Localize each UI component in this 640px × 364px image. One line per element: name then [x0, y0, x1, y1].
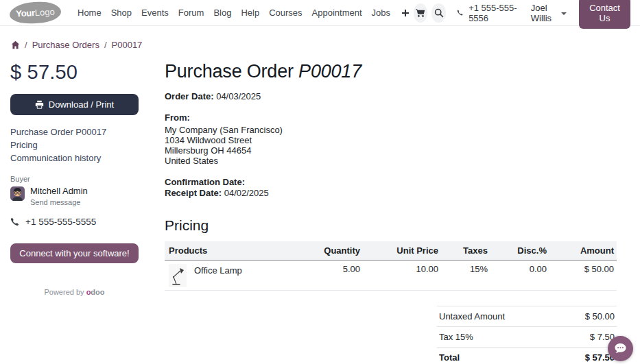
phone-icon	[457, 8, 463, 17]
page-content: $ 57.50 Download / Print Purchase Order …	[0, 50, 640, 364]
user-name: Joel Willis	[531, 3, 557, 23]
livechat-button[interactable]	[608, 336, 633, 361]
powered-by-odoo-link[interactable]: Powered by odoo	[10, 288, 139, 296]
buyer-avatar	[10, 186, 25, 201]
order-line-row: Office Lamp 5.00 10.00 15% 0.00 $ 50.00	[165, 260, 617, 291]
nav-item-appointment[interactable]: Appointment	[312, 8, 362, 18]
sidebar-anchors: Purchase Order P00017 Pricing Communicat…	[10, 127, 139, 163]
cart-icon	[416, 8, 425, 18]
untaxed-amount-label: Untaxed Amount	[439, 311, 505, 321]
column-unit-price: Unit Price	[363, 241, 441, 260]
contact-us-button[interactable]: Contact Us	[579, 0, 630, 29]
buyer-phone-number: +1 555-555-5555	[25, 217, 96, 227]
vendor-address-block: From: My Company (San Francisco) 1034 Wi…	[165, 112, 617, 167]
untaxed-amount-value: $ 50.00	[585, 311, 615, 321]
column-discount: Disc.%	[490, 241, 549, 260]
nav-item-home[interactable]: Home	[78, 8, 102, 18]
receipt-date-line: Receipt Date: 04/02/2025	[165, 188, 617, 199]
amount-cell: $ 50.00	[549, 260, 617, 291]
order-date-label: Order Date:	[165, 91, 214, 101]
pricing-table-header: Products Quantity Unit Price Taxes Disc.…	[165, 241, 617, 260]
phone-icon	[10, 217, 19, 226]
nav-item-blog[interactable]: Blog	[213, 8, 231, 18]
chevron-down-icon	[561, 12, 567, 15]
send-message-link[interactable]: Send message	[30, 198, 80, 206]
total-row: Total $ 57.50	[437, 347, 617, 364]
receipt-date-label: Receipt Date:	[165, 188, 222, 198]
page-title: Purchase Order P00017	[165, 61, 617, 82]
nav-item-events[interactable]: Events	[141, 8, 169, 18]
printer-icon	[35, 100, 44, 109]
add-page-icon[interactable]	[401, 9, 410, 17]
order-totals: Untaxed Amount $ 50.00 Tax 15% $ 7.50 To…	[437, 306, 617, 364]
download-print-button[interactable]: Download / Print	[10, 94, 139, 115]
breadcrumb-separator: /	[25, 40, 27, 50]
address-line: United States	[165, 156, 617, 167]
avatar-image	[10, 186, 25, 201]
navbar-phone-number: +1 555-555-5556	[469, 3, 517, 23]
column-amount: Amount	[549, 241, 617, 260]
download-print-label: Download / Print	[49, 99, 114, 110]
order-reference: P00017	[298, 61, 362, 82]
order-sidebar: $ 57.50 Download / Print Purchase Order …	[10, 61, 139, 364]
powered-by-text: Powered by	[44, 288, 84, 296]
odoo-logo-rest: doo	[91, 288, 104, 296]
navbar-right: +1 555-555-5556 Joel Willis Contact Us	[410, 0, 630, 29]
sidebar-link-communication[interactable]: Communication history	[10, 153, 139, 163]
logo-text-light: Logo	[34, 7, 55, 18]
home-icon[interactable]	[11, 40, 20, 49]
nav-item-jobs[interactable]: Jobs	[372, 8, 390, 18]
search-icon	[434, 8, 444, 18]
nav-item-help[interactable]: Help	[241, 8, 259, 18]
address-line: My Company (San Francisco)	[165, 125, 617, 136]
connect-software-button[interactable]: Connect with your software!	[10, 243, 139, 263]
product-cell: Office Lamp	[165, 260, 287, 291]
pricing-table: Products Quantity Unit Price Taxes Disc.…	[165, 241, 617, 291]
order-date-value: 04/03/2025	[216, 91, 261, 101]
cart-button[interactable]	[414, 3, 427, 23]
pricing-heading: Pricing	[165, 217, 617, 234]
buyer-phone-link[interactable]: +1 555-555-5555	[10, 217, 139, 227]
user-menu[interactable]: Joel Willis	[531, 3, 567, 23]
order-main: Purchase Order P00017 Order Date: 04/03/…	[165, 61, 617, 364]
order-dates-block: Confirmation Date: Receipt Date: 04/02/2…	[165, 177, 617, 199]
order-date-line: Order Date: 04/03/2025	[165, 91, 617, 101]
buyer-card: Mitchell Admin Send message	[10, 186, 139, 208]
product-name: Office Lamp	[194, 265, 242, 276]
order-title-prefix: Purchase Order	[165, 61, 294, 82]
taxes-cell: 15%	[441, 260, 490, 291]
office-lamp-image	[170, 265, 185, 286]
column-products: Products	[165, 241, 287, 260]
search-button[interactable]	[431, 3, 445, 23]
discount-cell: 0.00	[490, 260, 549, 291]
site-logo[interactable]: YourLogo	[9, 1, 62, 25]
confirmation-date-label: Confirmation Date:	[165, 177, 245, 187]
buyer-info: Mitchell Admin Send message	[30, 186, 88, 208]
plus-icon	[401, 9, 410, 17]
sidebar-link-order[interactable]: Purchase Order P00017	[10, 127, 139, 137]
chat-bubble-icon	[614, 343, 627, 354]
breadcrumb-current-order[interactable]: P00017	[112, 40, 143, 50]
breadcrumb-purchase-orders[interactable]: Purchase Orders	[32, 40, 99, 50]
logo-text-bold: Your	[16, 8, 35, 19]
top-navbar: YourLogo Home Shop Events Forum Blog Hel…	[0, 0, 640, 26]
confirmation-date-line: Confirmation Date:	[165, 177, 617, 188]
column-quantity: Quantity	[287, 241, 363, 260]
nav-item-shop[interactable]: Shop	[111, 8, 132, 18]
breadcrumb: / Purchase Orders / P00017	[0, 26, 640, 50]
quantity-cell: 5.00	[287, 260, 363, 291]
tax-row: Tax 15% $ 7.50	[437, 326, 617, 347]
navbar-phone-link[interactable]: +1 555-555-5556	[457, 3, 517, 23]
product-thumbnail	[169, 264, 187, 287]
address-line: 1034 Wildwood Street	[165, 136, 617, 146]
column-taxes: Taxes	[441, 241, 490, 260]
buyer-label: Buyer	[10, 175, 139, 183]
nav-item-courses[interactable]: Courses	[269, 8, 302, 18]
sidebar-link-pricing[interactable]: Pricing	[10, 140, 139, 150]
receipt-date-value: 04/02/2025	[224, 188, 269, 198]
tax-label: Tax 15%	[439, 332, 473, 342]
unit-price-cell: 10.00	[363, 260, 441, 291]
breadcrumb-separator: /	[104, 40, 107, 50]
nav-item-forum[interactable]: Forum	[178, 8, 204, 18]
from-label: From:	[165, 112, 190, 123]
